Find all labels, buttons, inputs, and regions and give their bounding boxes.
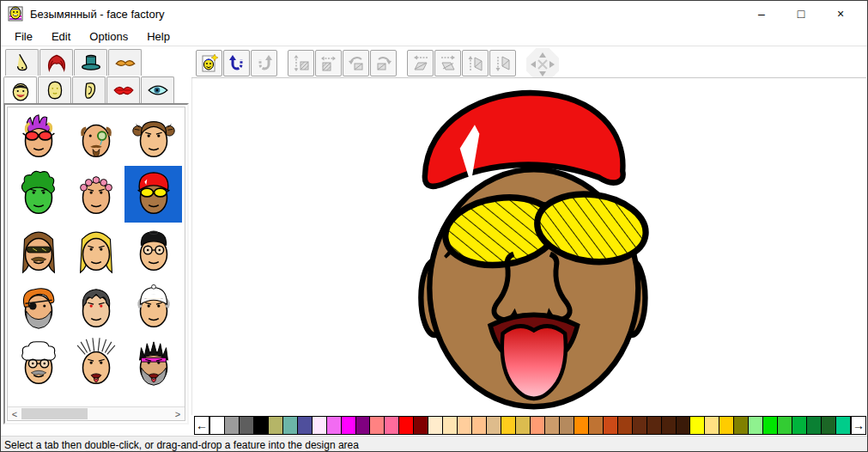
color-swatch[interactable]: [560, 417, 574, 434]
feature-thumbnail-pigtails-girl[interactable]: [124, 109, 182, 166]
maximize-button[interactable]: □: [781, 1, 821, 27]
feature-thumbnail-blonde-woman[interactable]: [67, 223, 124, 279]
color-swatch[interactable]: [531, 417, 545, 434]
color-swatch[interactable]: [618, 417, 633, 434]
rotate-right-button[interactable]: [370, 50, 397, 76]
color-swatch[interactable]: [822, 417, 836, 434]
tab-mustache[interactable]: [108, 49, 142, 76]
tab-eye[interactable]: [141, 76, 174, 103]
color-swatch[interactable]: [283, 417, 298, 434]
new-face-button[interactable]: [196, 50, 222, 76]
feature-thumbnail-cap-glasses-man[interactable]: [124, 223, 182, 279]
scroll-left-arrow[interactable]: <: [8, 407, 21, 421]
feature-thumbnail-striped-hat-lady[interactable]: [124, 279, 182, 336]
designed-face[interactable]: [416, 85, 649, 410]
menu-edit[interactable]: Edit: [43, 27, 79, 46]
feature-thumbnail-beret-sunglasses-man[interactable]: [124, 166, 182, 223]
feature-thumbnail-pirate-eyepatch[interactable]: [9, 279, 67, 336]
tab-hair[interactable]: [39, 49, 73, 76]
resize-vertical-button[interactable]: [288, 50, 314, 76]
resize-horizontal-button[interactable]: [315, 50, 342, 76]
color-swatch[interactable]: [209, 417, 225, 434]
scroll-right-arrow[interactable]: >: [171, 407, 185, 421]
color-swatch[interactable]: [690, 417, 705, 434]
ear-icon: [78, 80, 100, 101]
tab-ear[interactable]: [72, 76, 106, 103]
flip-down-button[interactable]: [489, 50, 516, 76]
color-swatch[interactable]: [662, 417, 677, 434]
color-swatch[interactable]: [356, 417, 371, 434]
minimize-button[interactable]: –: [742, 1, 781, 27]
feature-thumbnail-bald-monocle-goatee[interactable]: [67, 109, 124, 166]
menu-file[interactable]: File: [6, 27, 41, 46]
palette-right-arrow[interactable]: →: [851, 416, 866, 435]
feature-thumbnail-vampire[interactable]: [67, 279, 124, 336]
feature-thumbnail-curlers-man[interactable]: [67, 166, 124, 223]
move-button[interactable]: [526, 48, 559, 81]
color-swatch[interactable]: [763, 417, 778, 434]
color-swatch[interactable]: [719, 417, 734, 434]
color-swatch[interactable]: [516, 417, 531, 434]
color-swatch[interactable]: [342, 417, 356, 434]
palette-left-arrow[interactable]: ←: [194, 416, 209, 435]
feature-panel-scrollbar[interactable]: < >: [8, 406, 185, 420]
flip-down-icon: [493, 53, 513, 74]
color-swatch[interactable]: [749, 417, 763, 434]
color-swatch[interactable]: [545, 417, 560, 434]
tab-head[interactable]: [38, 76, 71, 103]
color-swatch[interactable]: [604, 417, 618, 434]
scrollbar-track[interactable]: [21, 407, 171, 421]
move-octagon: [526, 48, 559, 81]
color-swatch[interactable]: [778, 417, 792, 434]
color-swatch[interactable]: [370, 417, 385, 434]
color-swatch[interactable]: [385, 417, 399, 434]
feature-thumbnail-hippie-sunglasses[interactable]: [9, 223, 67, 279]
color-swatch[interactable]: [298, 417, 313, 434]
feature-thumbnail-spiky-tongue-man[interactable]: [67, 336, 124, 393]
color-swatch[interactable]: [313, 417, 327, 434]
color-swatch[interactable]: [327, 417, 342, 434]
feature-thumbnail-green-troll[interactable]: [9, 166, 67, 223]
color-swatch[interactable]: [574, 417, 589, 434]
flip-up-button[interactable]: [462, 50, 489, 76]
rotate-left-button[interactable]: [343, 50, 369, 76]
color-swatch[interactable]: [269, 417, 283, 434]
color-swatch[interactable]: [428, 417, 443, 434]
color-swatch[interactable]: [472, 417, 487, 434]
design-canvas[interactable]: [191, 78, 867, 415]
tab-hat[interactable]: [74, 49, 107, 76]
color-swatch[interactable]: [501, 417, 516, 434]
color-swatch[interactable]: [633, 417, 647, 434]
menu-help[interactable]: Help: [138, 27, 179, 46]
app-window: Безымянный - face factory –□× FileEditOp…: [0, 0, 868, 452]
redo-button[interactable]: [251, 50, 277, 76]
color-swatch[interactable]: [240, 417, 254, 434]
color-swatch[interactable]: [487, 417, 501, 434]
color-swatch[interactable]: [807, 417, 822, 434]
tab-face[interactable]: [3, 76, 37, 104]
color-swatch[interactable]: [225, 417, 240, 434]
color-swatch[interactable]: [792, 417, 807, 434]
color-swatch[interactable]: [399, 417, 414, 434]
color-swatch[interactable]: [647, 417, 662, 434]
tab-nose[interactable]: [5, 49, 39, 76]
tab-lips[interactable]: [106, 76, 140, 103]
menu-options[interactable]: Options: [81, 27, 137, 46]
color-swatch[interactable]: [734, 417, 749, 434]
color-swatch[interactable]: [254, 417, 269, 434]
color-swatch[interactable]: [705, 417, 719, 434]
color-swatch[interactable]: [836, 417, 851, 434]
color-swatch[interactable]: [589, 417, 604, 434]
color-swatch[interactable]: [414, 417, 428, 434]
close-button[interactable]: ×: [821, 1, 860, 27]
color-swatch[interactable]: [458, 417, 472, 434]
feature-thumbnail-chef-hat-man[interactable]: [9, 336, 67, 393]
color-swatch[interactable]: [677, 417, 691, 434]
scrollbar-thumb[interactable]: [21, 408, 88, 419]
skew-left-button[interactable]: [407, 50, 434, 76]
feature-thumbnail-spiky-headband-beard[interactable]: [124, 336, 182, 393]
skew-right-button[interactable]: [434, 50, 461, 76]
color-swatch[interactable]: [443, 417, 458, 434]
feature-thumbnail-punk-red-sunglasses[interactable]: [9, 109, 67, 166]
undo-button[interactable]: [223, 50, 250, 76]
